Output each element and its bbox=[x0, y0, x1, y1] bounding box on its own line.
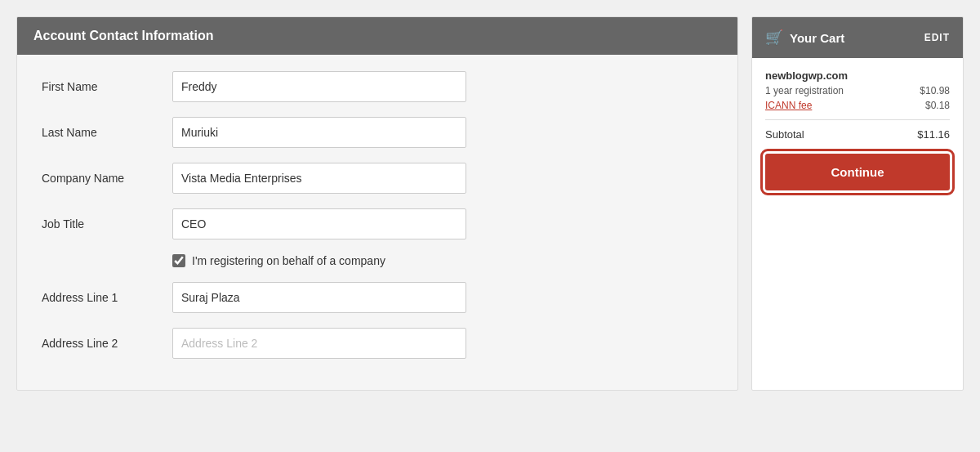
first-name-row: First Name bbox=[42, 71, 713, 102]
address-line-1-input[interactable] bbox=[172, 282, 466, 313]
job-title-label: Job Title bbox=[42, 217, 172, 230]
company-name-row: Company Name bbox=[42, 163, 713, 194]
panel-title: Account Contact Information bbox=[33, 29, 213, 43]
job-title-row: Job Title bbox=[42, 208, 713, 239]
address-line-1-row: Address Line 1 bbox=[42, 282, 713, 313]
address-line-2-label: Address Line 2 bbox=[42, 337, 172, 350]
company-name-label: Company Name bbox=[42, 172, 172, 185]
cart-divider bbox=[765, 119, 950, 120]
cart-icann-price: $0.18 bbox=[925, 100, 950, 111]
cart-panel: 🛒 Your Cart EDIT newblogwp.com 1 year re… bbox=[751, 16, 964, 391]
cart-edit-button[interactable]: EDIT bbox=[924, 32, 950, 43]
form-body: First Name Last Name Company Name Job Ti… bbox=[17, 55, 737, 390]
address-line-2-row: Address Line 2 bbox=[42, 328, 713, 359]
company-checkbox-label[interactable]: I'm registering on behalf of a company bbox=[192, 254, 385, 267]
cart-header: 🛒 Your Cart EDIT bbox=[752, 17, 963, 58]
cart-subtotal-price: $11.16 bbox=[917, 128, 950, 141]
panel-header: Account Contact Information bbox=[17, 17, 737, 55]
cart-registration-label: 1 year registration bbox=[765, 85, 844, 96]
page-wrapper: Account Contact Information First Name L… bbox=[16, 16, 964, 391]
cart-icann-line: ICANN fee $0.18 bbox=[765, 100, 950, 111]
cart-subtotal-label: Subtotal bbox=[765, 128, 804, 141]
cart-registration-price: $10.98 bbox=[920, 85, 950, 96]
last-name-label: Last Name bbox=[42, 126, 172, 139]
continue-button[interactable]: Continue bbox=[765, 154, 950, 190]
job-title-input[interactable] bbox=[172, 208, 466, 239]
cart-title-group: 🛒 Your Cart bbox=[765, 29, 844, 47]
cart-icann-label[interactable]: ICANN fee bbox=[765, 100, 812, 111]
first-name-input[interactable] bbox=[172, 71, 466, 102]
cart-domain: newblogwp.com bbox=[765, 69, 950, 82]
first-name-label: First Name bbox=[42, 80, 172, 93]
cart-registration-line: 1 year registration $10.98 bbox=[765, 85, 950, 96]
address-line-2-input[interactable] bbox=[172, 328, 466, 359]
main-panel: Account Contact Information First Name L… bbox=[16, 16, 738, 391]
cart-icon: 🛒 bbox=[765, 29, 783, 47]
company-checkbox-row: I'm registering on behalf of a company bbox=[172, 254, 713, 267]
last-name-input[interactable] bbox=[172, 117, 466, 148]
address-line-1-label: Address Line 1 bbox=[42, 291, 172, 304]
company-name-input[interactable] bbox=[172, 163, 466, 194]
cart-title: Your Cart bbox=[790, 31, 844, 45]
cart-body: newblogwp.com 1 year registration $10.98… bbox=[752, 58, 963, 202]
last-name-row: Last Name bbox=[42, 117, 713, 148]
company-checkbox[interactable] bbox=[172, 254, 185, 267]
cart-subtotal-line: Subtotal $11.16 bbox=[765, 128, 950, 141]
